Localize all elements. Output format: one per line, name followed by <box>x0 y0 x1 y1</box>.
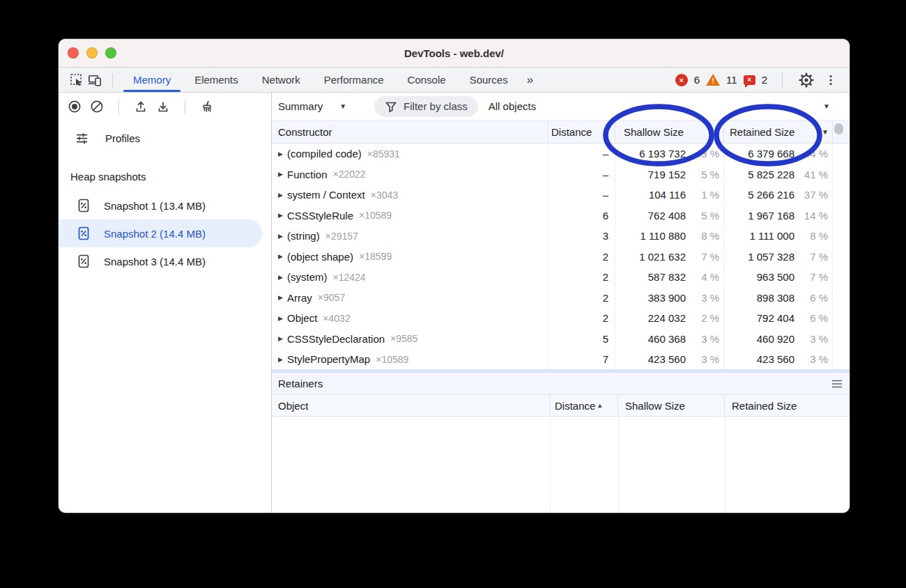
filter-by-class-input[interactable]: Filter by class <box>374 96 478 117</box>
shallow-size-percent: 43 % <box>686 148 719 160</box>
collect-garbage-button[interactable] <box>198 98 216 116</box>
expand-row-icon[interactable]: ▶ <box>278 150 287 157</box>
expand-row-icon[interactable]: ▶ <box>278 315 287 322</box>
clear-profiles-button[interactable] <box>88 98 106 116</box>
save-profile-button[interactable] <box>154 98 172 116</box>
retained-size-percent: 8 % <box>794 230 828 242</box>
record-heap-snapshot-button[interactable] <box>66 98 84 116</box>
distance-value: 2 <box>548 288 615 309</box>
retained-size-value: 963 500 <box>724 271 794 283</box>
inspect-cursor-icon <box>70 73 84 87</box>
expand-row-icon[interactable]: ▶ <box>278 356 287 363</box>
vertical-scrollbar-thumb[interactable] <box>834 123 843 134</box>
retained-size-value: 898 308 <box>724 292 794 304</box>
constructor-name: Object <box>287 312 317 324</box>
error-count[interactable]: 6 <box>694 74 700 86</box>
retainers-menu-button[interactable] <box>831 379 843 389</box>
retained-size-value: 460 920 <box>724 333 794 345</box>
sidebar-item-profiles[interactable]: Profiles <box>59 127 271 148</box>
table-row[interactable]: ▶ Object ×4032 2 224 032 2 % 792 404 6 % <box>272 308 850 329</box>
sidebar-item-snapshot-3[interactable]: Snapshot 3 (14.4 MB) <box>59 247 262 275</box>
expand-row-icon[interactable]: ▶ <box>278 192 287 199</box>
table-row[interactable]: ▶ Array ×9057 2 383 900 3 % 898 308 6 % <box>272 288 850 309</box>
heap-snapshot-view: Constructor Distance Shallow Size Retain… <box>272 121 850 513</box>
perspective-select-dropdown-icon[interactable]: ▼ <box>339 102 346 110</box>
shallow-size-percent: 3 % <box>686 353 719 365</box>
instance-count: ×10589 <box>376 354 408 365</box>
expand-row-icon[interactable]: ▶ <box>278 212 287 219</box>
column-header-distance[interactable]: Distance <box>548 121 615 143</box>
table-row[interactable]: ▶ (compiled code) ×85931 – 6 193 732 43 … <box>272 144 850 164</box>
load-profile-button[interactable] <box>132 98 150 116</box>
table-row[interactable]: ▶ (object shape) ×18599 2 1 021 632 7 % … <box>272 247 850 268</box>
retained-size-value: 5 825 228 <box>724 169 794 180</box>
toolbar-overflow-dropdown-icon[interactable]: ▼ <box>823 102 830 110</box>
filter-funnel-icon <box>385 100 397 113</box>
warning-badge-icon[interactable]: ! <box>706 74 720 86</box>
distance-value: – <box>548 164 615 185</box>
tab-sources[interactable]: Sources <box>458 68 520 92</box>
retained-size-percent: 41 % <box>794 169 828 180</box>
snapshot-label: Snapshot 2 (14.4 MB) <box>104 228 206 240</box>
retained-size-value: 423 560 <box>724 353 794 365</box>
gear-icon <box>799 72 814 88</box>
tab-performance[interactable]: Performance <box>312 68 396 92</box>
column-header-retainers-retained[interactable]: Retained Size <box>725 395 850 416</box>
sort-ascending-icon: ▲ <box>597 402 603 409</box>
sidebar-item-snapshot-1[interactable]: Snapshot 1 (13.4 MB) <box>59 192 262 219</box>
shallow-size-percent: 4 % <box>686 271 719 283</box>
toolbar-separator <box>185 100 185 114</box>
table-row[interactable]: ▶ CSSStyleRule ×10589 6 762 408 5 % 1 96… <box>272 206 850 226</box>
objects-filter-select[interactable]: All objects <box>489 100 536 112</box>
constructor-name: Array <box>287 292 312 304</box>
shallow-size-percent: 5 % <box>686 169 719 180</box>
inspect-element-button[interactable] <box>68 71 86 89</box>
kebab-menu-button[interactable] <box>822 71 840 89</box>
heap-snapshot-icon <box>77 199 90 212</box>
error-badge-icon[interactable]: × <box>675 74 688 86</box>
tab-memory[interactable]: Memory <box>121 68 183 92</box>
table-row[interactable]: ▶ system / Context ×3043 – 104 116 1 % 5… <box>272 185 850 206</box>
expand-row-icon[interactable]: ▶ <box>278 274 287 281</box>
device-toolbar-button[interactable] <box>86 71 104 89</box>
column-header-retained-size[interactable]: Retained Size ▼ <box>724 121 833 143</box>
expand-row-icon[interactable]: ▶ <box>278 253 287 260</box>
filter-placeholder: Filter by class <box>404 100 468 112</box>
warning-count[interactable]: 11 <box>726 74 737 86</box>
constructor-name: (object shape) <box>287 251 353 263</box>
expand-row-icon[interactable]: ▶ <box>278 233 287 240</box>
heap-snapshot-icon <box>77 254 90 268</box>
instance-count: ×85931 <box>367 148 400 160</box>
retained-size-percent: 37 % <box>794 189 828 201</box>
expand-row-icon[interactable]: ▶ <box>278 335 287 342</box>
table-row[interactable]: ▶ (system) ×12424 2 587 832 4 % 963 500 … <box>272 267 850 288</box>
shallow-size-value: 587 832 <box>615 271 686 283</box>
perspective-select-label[interactable]: Summary <box>278 100 323 112</box>
column-header-retainers-shallow[interactable]: Shallow Size <box>618 395 725 416</box>
table-row[interactable]: ▶ Function ×22022 – 719 152 5 % 5 825 22… <box>272 164 850 185</box>
tab-console[interactable]: Console <box>396 68 458 92</box>
retained-size-percent: 6 % <box>794 292 828 304</box>
table-row[interactable]: ▶ (string) ×29157 3 1 110 880 8 % 1 111 … <box>272 226 850 247</box>
more-tabs-icon[interactable]: » <box>520 73 540 87</box>
distance-value: 2 <box>548 308 615 329</box>
column-header-object[interactable]: Object <box>272 395 550 416</box>
tab-elements[interactable]: Elements <box>183 68 250 92</box>
tab-network[interactable]: Network <box>250 68 312 92</box>
issues-badge-icon[interactable]: × <box>744 75 755 85</box>
issue-count[interactable]: 2 <box>762 74 767 86</box>
expand-row-icon[interactable]: ▶ <box>278 294 287 301</box>
expand-row-icon[interactable]: ▶ <box>278 171 287 178</box>
table-row[interactable]: ▶ StylePropertyMap ×10589 7 423 560 3 % … <box>272 349 850 369</box>
column-header-shallow-size[interactable]: Shallow Size <box>615 121 724 143</box>
column-header-constructor[interactable]: Constructor <box>272 121 548 143</box>
settings-button[interactable] <box>797 71 815 89</box>
retainers-section-header: Retainers <box>272 373 850 395</box>
table-row[interactable]: ▶ CSSStyleDeclaration ×9585 5 460 368 3 … <box>272 329 850 350</box>
retained-size-value: 5 266 216 <box>724 189 794 201</box>
column-divider <box>618 417 619 513</box>
tune-icon <box>75 132 89 145</box>
column-header-retainers-distance[interactable]: Distance ▲ <box>550 395 618 416</box>
sidebar-item-snapshot-2[interactable]: Snapshot 2 (14.4 MB) <box>59 219 262 247</box>
titlebar: DevTools - web.dev/ <box>59 39 850 68</box>
